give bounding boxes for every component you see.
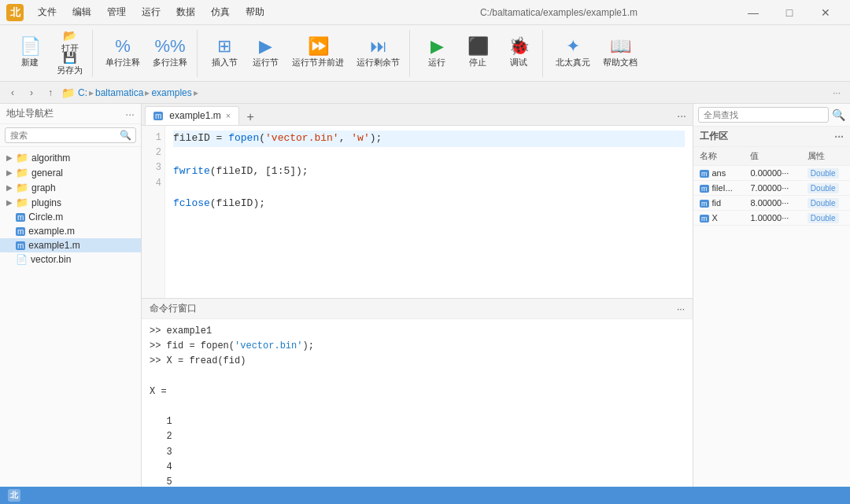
code-content[interactable]: fileID = fopen('vector.bin', 'w'); fwrit… xyxy=(165,126,693,298)
menu-help[interactable]: 帮助 xyxy=(238,1,272,24)
stop-label: 停止 xyxy=(469,57,486,68)
command-title: 命令行窗口 xyxy=(150,302,197,315)
insert-section-button[interactable]: ⊞ 插入节 xyxy=(205,32,243,75)
sidebar-header: 地址导航栏 ··· xyxy=(0,104,141,124)
stop-icon: ⬛ xyxy=(468,38,489,55)
sidebar-item-example-m[interactable]: m example.m xyxy=(0,224,141,238)
saveas-label: 另存为 xyxy=(57,64,83,76)
northstar-button[interactable]: ✦ 北太真元 xyxy=(551,32,595,75)
right-panel: 🔍 工作区 ··· 名称 值 属性 mans 0.00000··· Doubl xyxy=(693,104,850,487)
sidebar-item-label: vector.bin xyxy=(31,254,71,265)
saveas-button[interactable]: 💾 另存为 xyxy=(52,54,87,75)
nav-forward-button[interactable]: › xyxy=(24,85,39,101)
sidebar-item-plugins[interactable]: ▶ 📁 plugins xyxy=(0,195,141,210)
code-editor[interactable]: 1 2 3 4 fileID = fopen('vector.bin', 'w'… xyxy=(142,126,693,298)
tab-close-button[interactable]: × xyxy=(226,111,231,120)
debug-icon: 🐞 xyxy=(508,38,530,55)
menu-file[interactable]: 文件 xyxy=(30,1,65,24)
run-forward-label: 运行节并前进 xyxy=(292,57,344,68)
command-body[interactable]: >> example1 >> fid = fopen('vector.bin')… xyxy=(142,319,693,487)
cmd-line: 3 xyxy=(150,445,685,460)
cmd-link-vector-bin[interactable]: 'vector.bin' xyxy=(235,340,302,351)
new-icon: 📄 xyxy=(20,38,41,55)
sidebar-item-graph[interactable]: ▶ 📁 graph xyxy=(0,180,141,195)
navbar-more-button[interactable]: ··· xyxy=(828,87,845,98)
saveas-icon: 💾 xyxy=(63,52,76,63)
help-icon: 📖 xyxy=(610,38,631,55)
close-button[interactable]: ✕ xyxy=(808,2,844,24)
tab-add-button[interactable]: + xyxy=(242,109,258,125)
folder-icon: 📁 xyxy=(16,167,28,178)
northstar-icon: ✦ xyxy=(566,38,580,55)
menu-manage[interactable]: 管理 xyxy=(99,1,134,24)
cmd-line: >> fid = fopen('vector.bin'); xyxy=(150,339,685,354)
menu-data[interactable]: 数据 xyxy=(168,1,203,24)
debug-label: 调试 xyxy=(510,57,527,68)
workspace-more-button[interactable]: ··· xyxy=(834,131,844,143)
single-comment-button[interactable]: % 单行注释 xyxy=(101,32,145,75)
single-comment-icon: % xyxy=(115,38,131,55)
minimize-button[interactable]: — xyxy=(735,2,771,24)
toolbar-group-section: ⊞ 插入节 ▶ 运行节 ⏩ 运行节并前进 ⏭ 运行剩余节 xyxy=(201,30,410,77)
global-search-input[interactable] xyxy=(698,107,829,123)
sidebar-item-vector-bin[interactable]: 📄 vector.bin xyxy=(0,252,141,267)
chevron-right-icon: ▶ xyxy=(6,168,14,177)
menu-run[interactable]: 运行 xyxy=(134,1,168,24)
sidebar-item-example1-m[interactable]: m example1.m xyxy=(0,238,141,252)
sidebar-more-button[interactable]: ··· xyxy=(125,108,135,120)
debug-button[interactable]: 🐞 调试 xyxy=(500,32,538,75)
workspace-row[interactable]: mans 0.00000··· Double xyxy=(693,166,850,181)
workspace-table: 名称 值 属性 mans 0.00000··· Double mfileI...… xyxy=(693,147,850,226)
sidebar: 地址导航栏 ··· 🔍 ▶ 📁 algorithm ▶ 📁 general ▶ xyxy=(0,104,142,487)
tab-more-button[interactable]: ··· xyxy=(671,106,693,125)
nav-up-button[interactable]: ↑ xyxy=(42,85,58,101)
menu-edit[interactable]: 编辑 xyxy=(65,1,99,24)
workspace-var-value: 8.00000··· xyxy=(744,196,800,211)
help-button[interactable]: 📖 帮助文档 xyxy=(598,32,642,75)
toolbar-group-file: 📄 新建 📂 打开 💾 另存为 xyxy=(6,30,93,77)
folder-icon: 📁 xyxy=(61,86,75,99)
breadcrumb: C: ▸ baltamatica ▸ examples ▸ xyxy=(78,87,198,98)
toolbar-group-run: ▶ 运行 ⬛ 停止 🐞 调试 xyxy=(413,30,543,77)
run-remaining-button[interactable]: ⏭ 运行剩余节 xyxy=(352,32,405,75)
multi-comment-button[interactable]: %% 多行注释 xyxy=(148,32,192,75)
open-button[interactable]: 📂 打开 xyxy=(52,32,87,53)
sidebar-item-label: graph xyxy=(31,182,56,193)
tab-bar: m example1.m × + ··· xyxy=(142,104,693,126)
run-forward-button[interactable]: ⏩ 运行节并前进 xyxy=(287,32,349,75)
type-badge: Double xyxy=(808,213,839,223)
maximize-button[interactable]: □ xyxy=(771,2,808,24)
sidebar-item-circle-m[interactable]: m Circle.m xyxy=(0,210,141,224)
sidebar-item-label: example.m xyxy=(28,226,75,237)
chevron-right-icon: ▶ xyxy=(6,183,14,192)
sidebar-search-input[interactable] xyxy=(5,127,136,143)
tab-example1-m[interactable]: m example1.m × xyxy=(145,106,239,125)
nav-back-button[interactable]: ‹ xyxy=(5,85,20,101)
menu-simulate[interactable]: 仿真 xyxy=(203,1,238,24)
workspace-row[interactable]: mX 1.00000··· Double xyxy=(693,211,850,226)
sidebar-item-algorithm[interactable]: ▶ 📁 algorithm xyxy=(0,150,141,165)
breadcrumb-baltamatica[interactable]: baltamatica xyxy=(95,87,143,98)
command-more-button[interactable]: ··· xyxy=(677,304,685,315)
type-badge: Double xyxy=(808,198,839,208)
breadcrumb-examples[interactable]: examples xyxy=(151,87,191,98)
workspace-row[interactable]: mfid 8.00000··· Double xyxy=(693,196,850,211)
workspace-var-value: 1.00000··· xyxy=(744,211,800,226)
cmd-line: 1 xyxy=(150,414,685,429)
workspace-var-type: Double xyxy=(801,211,850,226)
northstar-label: 北太真元 xyxy=(556,57,590,68)
cmd-line: X = xyxy=(150,384,685,399)
menu-bar: 文件 编辑 管理 运行 数据 仿真 帮助 xyxy=(30,1,382,24)
col-value-header: 值 xyxy=(744,147,800,166)
sidebar-search-icon: 🔍 xyxy=(120,130,131,141)
new-button[interactable]: 📄 新建 xyxy=(11,32,49,75)
workspace-row[interactable]: mfileI... 7.00000··· Double xyxy=(693,181,850,196)
breadcrumb-root[interactable]: C: xyxy=(78,87,87,98)
stop-button[interactable]: ⬛ 停止 xyxy=(459,32,497,75)
tab-label: example1.m xyxy=(169,110,220,121)
workspace-var-value: 7.00000··· xyxy=(744,181,800,196)
run-node-button[interactable]: ▶ 运行节 xyxy=(246,32,284,75)
sidebar-item-general[interactable]: ▶ 📁 general xyxy=(0,165,141,180)
var-icon: m xyxy=(700,215,709,223)
run-button[interactable]: ▶ 运行 xyxy=(418,32,456,75)
